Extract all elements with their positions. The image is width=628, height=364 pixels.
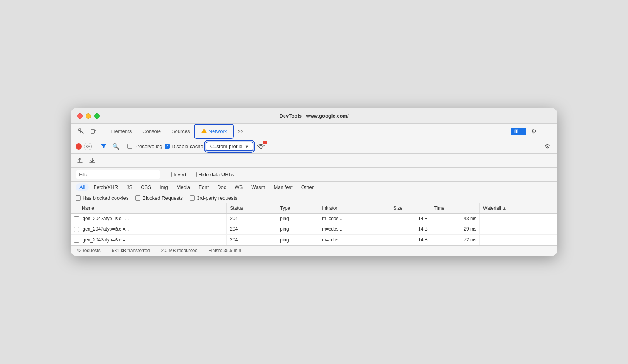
blocked-requests-option[interactable]: Blocked Requests — [135, 195, 183, 201]
type-btn-manifest[interactable]: Manifest — [270, 183, 296, 191]
tab-elements[interactable]: Elements — [105, 126, 137, 136]
preserve-log-label: Preserve log — [134, 143, 162, 149]
row-waterfall-1 — [480, 214, 557, 224]
blocked-cookies-option[interactable]: Has blocked cookies — [76, 195, 128, 201]
blocked-requests-label: Blocked Requests — [142, 195, 183, 201]
svg-rect-2 — [95, 130, 96, 133]
custom-profile-label: Custom profile — [210, 143, 243, 149]
row-size-2: 14 B — [390, 224, 431, 234]
type-btn-media[interactable]: Media — [173, 183, 194, 191]
col-size[interactable]: Size — [390, 203, 431, 214]
main-toolbar: Elements Console Sources ! Network >> — [71, 124, 557, 139]
type-btn-css[interactable]: CSS — [137, 183, 155, 191]
row-type-2: ping — [277, 224, 319, 234]
row-checkbox-1[interactable] — [74, 216, 79, 221]
svg-rect-1 — [91, 129, 94, 133]
row-status-3: 204 — [227, 234, 277, 245]
col-type[interactable]: Type — [277, 203, 319, 214]
row-size-3: 14 B — [390, 234, 431, 245]
blocked-cookies-checkbox[interactable] — [76, 195, 81, 201]
row-waterfall-2 — [480, 224, 557, 234]
blocked-requests-checkbox[interactable] — [135, 195, 140, 201]
tab-console[interactable]: Console — [137, 126, 166, 136]
type-btn-doc[interactable]: Doc — [213, 183, 230, 191]
preserve-log-checkbox[interactable] — [127, 144, 132, 149]
disable-cache-checkbox[interactable]: ✓ — [165, 144, 170, 149]
close-button[interactable] — [77, 113, 83, 119]
invert-checkbox[interactable] — [167, 172, 172, 177]
titlebar: DevTools - www.google.com/ — [71, 108, 557, 124]
row-type-3: ping — [277, 234, 319, 245]
record-button[interactable] — [76, 143, 82, 150]
row-initiator-3[interactable]: m=cdos,... — [319, 234, 390, 245]
filter-input[interactable] — [76, 170, 160, 179]
arrow-toolbar — [71, 154, 557, 168]
more-options-icon[interactable]: ⋮ — [542, 126, 552, 137]
table-row[interactable]: gen_204?atyp=i&ei=... 204 ping m=cdos,..… — [71, 224, 557, 234]
window-title: DevTools - www.google.com/ — [279, 113, 348, 119]
clear-button[interactable]: ⊘ — [84, 143, 92, 150]
hide-data-urls-option[interactable]: Hide data URLs — [192, 172, 234, 177]
upload-icon[interactable] — [76, 157, 84, 165]
wifi-icon[interactable] — [256, 142, 266, 152]
preserve-log-option[interactable]: Preserve log — [127, 143, 162, 149]
row-size-1: 14 B — [390, 214, 431, 224]
col-status[interactable]: Status — [227, 203, 277, 214]
invert-option[interactable]: Invert — [167, 172, 186, 177]
col-name[interactable]: Name — [71, 203, 227, 214]
inspector-icon[interactable] — [76, 126, 86, 137]
third-party-option[interactable]: 3rd-party requests — [190, 195, 238, 201]
waterfall-sort-icon: ▲ — [502, 206, 506, 211]
row-type-1: ping — [277, 214, 319, 224]
col-time[interactable]: Time — [431, 203, 479, 214]
type-btn-all[interactable]: All — [76, 183, 89, 191]
issues-badge[interactable]: 1 — [511, 128, 526, 135]
table-row[interactable]: gen_204?atyp=i&ei=... 204 ping m=cdos,..… — [71, 234, 557, 245]
network-settings-icon[interactable]: ⚙ — [542, 142, 552, 152]
filter-bar: Invert Hide data URLs — [71, 168, 557, 182]
nt-divider-1 — [95, 143, 95, 150]
col-initiator[interactable]: Initiator — [319, 203, 390, 214]
checkbox-filter-bar: Has blocked cookies Blocked Requests 3rd… — [71, 193, 557, 203]
toolbar-right: 1 ⚙ ⋮ — [511, 126, 552, 137]
finish-time: Finish: 35.5 min — [208, 248, 241, 253]
type-btn-font[interactable]: Font — [195, 183, 213, 191]
search-icon[interactable]: 🔍 — [111, 142, 121, 152]
minimize-button[interactable] — [86, 113, 91, 119]
filter-icon[interactable] — [98, 142, 108, 152]
blocked-cookies-label: Has blocked cookies — [83, 195, 128, 201]
row-checkbox-3[interactable] — [74, 238, 79, 243]
table-row[interactable]: gen_204?atyp=i&ei=... 204 ping m=cdos,..… — [71, 214, 557, 224]
maximize-button[interactable] — [94, 113, 100, 119]
dropdown-arrow-icon: ▼ — [245, 144, 249, 149]
type-filter-bar: All Fetch/XHR JS CSS Img Media Font Doc … — [71, 182, 557, 193]
type-btn-ws[interactable]: WS — [231, 183, 246, 191]
row-initiator-2[interactable]: m=cdos,... — [319, 224, 390, 234]
custom-profile-button[interactable]: Custom profile ▼ — [206, 142, 254, 151]
device-icon[interactable] — [88, 126, 99, 137]
tab-more[interactable]: >> — [232, 126, 249, 136]
tab-list: Elements Console Sources ! Network >> — [105, 125, 509, 137]
col-waterfall[interactable]: Waterfall ▲ — [480, 203, 557, 214]
invert-label: Invert — [174, 172, 186, 177]
table-header-row: Name Status Type Initiator Size Time Wat… — [71, 203, 557, 214]
type-btn-wasm[interactable]: Wasm — [247, 183, 269, 191]
download-icon[interactable] — [88, 157, 96, 165]
nt-divider-2 — [124, 143, 124, 150]
settings-icon[interactable]: ⚙ — [528, 126, 539, 137]
third-party-checkbox[interactable] — [190, 195, 195, 201]
status-divider-3 — [203, 248, 203, 253]
type-btn-other[interactable]: Other — [297, 183, 318, 191]
disable-cache-label: Disable cache — [172, 143, 203, 149]
resources-size: 2.0 MB resources — [161, 248, 197, 253]
tab-sources[interactable]: Sources — [166, 126, 196, 136]
row-checkbox-2[interactable] — [74, 227, 79, 232]
type-btn-img[interactable]: Img — [156, 183, 172, 191]
row-initiator-1[interactable]: m=cdos,... — [319, 214, 390, 224]
hide-data-urls-checkbox[interactable] — [192, 172, 197, 177]
status-bar: 42 requests 631 kB transferred 2.0 MB re… — [71, 245, 557, 256]
disable-cache-option[interactable]: ✓ Disable cache — [165, 143, 203, 149]
type-btn-fetch-xhr[interactable]: Fetch/XHR — [89, 183, 122, 191]
hide-data-urls-label: Hide data URLs — [199, 172, 234, 177]
type-btn-js[interactable]: JS — [123, 183, 136, 191]
